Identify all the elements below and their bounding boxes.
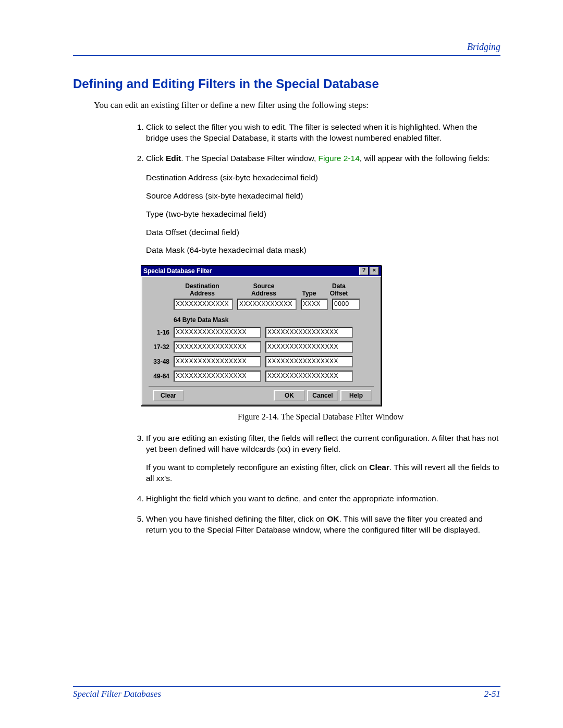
help-icon[interactable]: ? (359, 267, 369, 275)
step-2-text-e: , will appear with the following fields: (360, 154, 490, 163)
ok-button[interactable]: OK (274, 390, 305, 401)
dest-label-1: Destination (185, 282, 219, 290)
step-2: Click Edit. The Special Database Filter … (146, 153, 500, 256)
mask-33-48-b[interactable]: XXXXXXXXXXXXXXXX (265, 356, 353, 367)
off-label-1: Data (332, 282, 346, 290)
type-label: Type (302, 290, 316, 297)
step-3-text-a: If you are editing an existing filter, t… (146, 434, 498, 453)
mask-49-64-a[interactable]: XXXXXXXXXXXXXXXX (174, 371, 261, 382)
page-footer: Special Filter Databases 2-51 (73, 686, 500, 699)
source-address-field[interactable]: XXXXXXXXXXXX (237, 299, 297, 310)
field-mask: Data Mask (64-byte hexadecimal data mask… (146, 245, 500, 256)
data-offset-field[interactable]: 0000 (332, 299, 360, 310)
mask-section-label: 64 Byte Data Mask (174, 316, 374, 324)
mask-row-4-label: 49-64 (149, 373, 169, 380)
footer-page-number: 2-51 (484, 689, 500, 699)
step-1: Click to select the filter you wish to e… (146, 122, 500, 144)
dest-label-2: Address (190, 290, 215, 297)
mask-row-4: 49-64 XXXXXXXXXXXXXXXX XXXXXXXXXXXXXXXX (149, 371, 374, 382)
mask-17-32-b[interactable]: XXXXXXXXXXXXXXXX (265, 341, 353, 353)
off-label-2: Offset (330, 290, 348, 297)
type-field[interactable]: XXXX (301, 299, 328, 310)
mask-row-3-label: 33-48 (149, 358, 169, 365)
page-header: Bridging (73, 42, 500, 56)
clear-button[interactable]: Clear (153, 390, 184, 401)
field-offset: Data Offset (decimal field) (146, 227, 500, 238)
mask-1-16-b[interactable]: XXXXXXXXXXXXXXXX (265, 327, 353, 338)
mask-1-16-a[interactable]: XXXXXXXXXXXXXXXX (174, 327, 261, 338)
dialog-titlebar: Special Database Filter ? × (141, 266, 381, 276)
mask-row-1-label: 1-16 (149, 329, 169, 336)
field-type: Type (two-byte hexadecimal field) (146, 209, 500, 220)
step-3-text-b-a: If you want to completely reconfigure an… (146, 463, 369, 472)
mask-row-1: 1-16 XXXXXXXXXXXXXXXX XXXXXXXXXXXXXXXX (149, 327, 374, 338)
top-field-row: XXXXXXXXXXXX XXXXXXXXXXXX XXXX 0000 (149, 299, 374, 310)
step-list: Click to select the filter you wish to e… (130, 122, 500, 256)
header-section-label: Bridging (467, 42, 500, 52)
mask-row-3: 33-48 XXXXXXXXXXXXXXXX XXXXXXXXXXXXXXXX (149, 356, 374, 367)
intro-text: You can edit an existing filter or defin… (94, 100, 500, 110)
footer-left: Special Filter Databases (73, 689, 161, 699)
help-button[interactable]: Help (340, 390, 372, 401)
step-5-text-a: When you have finished defining the filt… (146, 514, 327, 523)
column-headers: DestinationAddress SourceAddress Type Da… (149, 282, 374, 297)
src-label-2: Address (251, 290, 276, 297)
section-title: Defining and Editing Filters in the Spec… (73, 77, 500, 91)
mask-17-32-a[interactable]: XXXXXXXXXXXXXXXX (174, 341, 261, 353)
figure-link[interactable]: Figure 2-14 (319, 154, 360, 163)
edit-bold: Edit (166, 154, 181, 163)
mask-row-2: 17-32 XXXXXXXXXXXXXXXX XXXXXXXXXXXXXXXX (149, 341, 374, 353)
dest-address-field[interactable]: XXXXXXXXXXXX (174, 299, 233, 310)
step-4-text: Highlight the field which you want to de… (146, 494, 438, 503)
dialog-button-row: Clear OK Cancel Help (149, 386, 374, 404)
field-src: Source Address (six-byte hexadecimal fie… (146, 191, 500, 202)
field-list: Destination Address (six-byte hexadecima… (146, 172, 500, 256)
dialog-body: DestinationAddress SourceAddress Type Da… (141, 276, 381, 405)
step-2-text-a: Click (146, 154, 166, 163)
step-4: Highlight the field which you want to de… (146, 493, 500, 504)
figure-caption: Figure 2-14. The Special Database Filter… (141, 412, 500, 422)
step-list-continued: If you are editing an existing filter, t… (130, 433, 500, 535)
field-dest: Destination Address (six-byte hexadecima… (146, 172, 500, 183)
figure-container: Special Database Filter ? × DestinationA… (141, 265, 500, 422)
cancel-button[interactable]: Cancel (307, 390, 338, 401)
close-icon[interactable]: × (370, 267, 379, 275)
clear-bold: Clear (369, 463, 389, 472)
dialog-window: Special Database Filter ? × DestinationA… (141, 265, 382, 406)
src-label-1: Source (253, 282, 275, 290)
step-1-text: Click to select the filter you wish to e… (146, 122, 478, 142)
mask-49-64-b[interactable]: XXXXXXXXXXXXXXXX (265, 371, 353, 382)
step-2-text-c: . The Special Database Filter window, (181, 154, 318, 163)
step-5: When you have finished defining the filt… (146, 514, 500, 536)
ok-bold: OK (327, 514, 339, 523)
dialog-title-text: Special Database Filter (143, 267, 212, 275)
mask-row-2-label: 17-32 (149, 343, 169, 351)
mask-33-48-a[interactable]: XXXXXXXXXXXXXXXX (174, 356, 261, 367)
step-3: If you are editing an existing filter, t… (146, 433, 500, 484)
